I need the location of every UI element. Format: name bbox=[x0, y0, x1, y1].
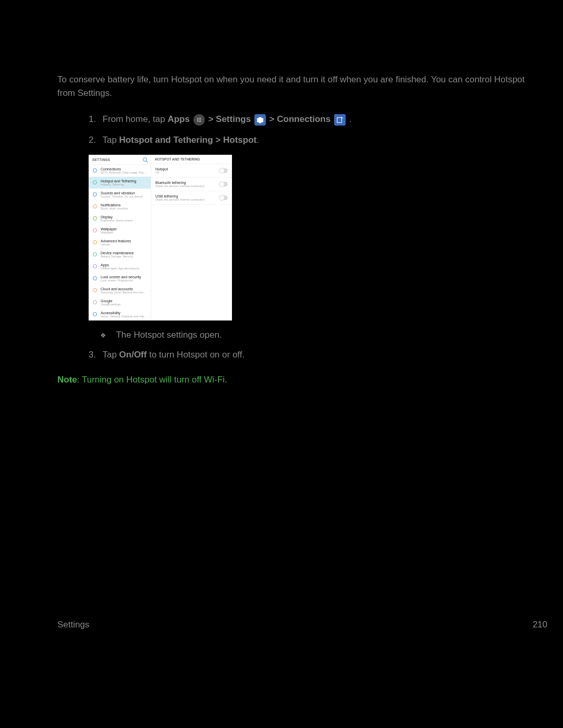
svg-point-4 bbox=[199, 119, 200, 120]
hotspot-option-sub: Share this device's Internet connection. bbox=[155, 184, 219, 188]
settings-item[interactable]: Cloud and accounts Samsung Cloud, Backup… bbox=[89, 285, 151, 297]
svg-point-20 bbox=[93, 289, 97, 292]
steps-list: 1. From home, tap Apps > Settings > Conn… bbox=[57, 114, 527, 145]
settings-item[interactable]: Display Brightness, Home screen bbox=[89, 213, 151, 225]
settings-item[interactable]: Device maintenance Battery, Storage, Mem… bbox=[89, 249, 151, 261]
sub-bullet-text: The Hotspot settings open. bbox=[116, 330, 222, 340]
settings-item[interactable]: Accessibility Vision, Hearing, Dexterity… bbox=[89, 309, 151, 320]
step1-post: . bbox=[349, 114, 352, 124]
note-label: Note bbox=[57, 375, 77, 385]
settings-header-label: SETTINGS bbox=[92, 158, 110, 162]
svg-point-6 bbox=[197, 121, 198, 122]
settings-item-title: Accessibility bbox=[101, 311, 147, 315]
settings-item[interactable]: Sounds and vibration Sounds, Vibration, … bbox=[89, 189, 151, 201]
settings-item[interactable]: Connections Wi-Fi, Bluetooth, Data usage… bbox=[89, 165, 151, 177]
intro-text: To conserve battery life, turn Hotspot o… bbox=[57, 73, 527, 100]
settings-item-sub: Sounds, Vibration, Do not disturb bbox=[101, 195, 147, 198]
step2-pre: Tap bbox=[102, 135, 119, 145]
settings-item-icon bbox=[92, 180, 97, 185]
svg-point-21 bbox=[93, 301, 97, 304]
svg-point-3 bbox=[197, 119, 198, 120]
settings-item-title: Sounds and vibration bbox=[101, 191, 147, 195]
hotspot-tethering-pane: HOTSPOT AND TETHERING Hotspot Off Blueto… bbox=[151, 155, 232, 320]
search-icon[interactable] bbox=[143, 157, 147, 162]
settings-item[interactable]: Apps Default apps, App permissions bbox=[89, 261, 151, 273]
settings-item-icon bbox=[92, 228, 97, 233]
settings-item-sub: Wallpaper bbox=[101, 231, 147, 234]
toggle-switch[interactable] bbox=[219, 195, 228, 200]
svg-point-16 bbox=[93, 241, 97, 244]
hotspot-option[interactable]: Hotspot Off bbox=[151, 164, 232, 178]
step-text: From home, tap bbox=[103, 114, 168, 124]
settings-gear-icon bbox=[254, 114, 266, 126]
connections-icon bbox=[334, 114, 346, 126]
settings-item-title: Wallpaper bbox=[101, 227, 147, 231]
svg-point-10 bbox=[93, 169, 97, 172]
settings-item-title: Hotspot and Tethering bbox=[101, 179, 147, 183]
settings-item-icon bbox=[92, 252, 97, 257]
step1-apps: Apps bbox=[167, 114, 190, 124]
settings-item-icon bbox=[92, 168, 97, 173]
hotspot-header: HOTSPOT AND TETHERING bbox=[151, 155, 232, 164]
settings-item-sub: Google settings bbox=[101, 303, 147, 306]
steps-list-continued: 3. Tap On/Off to turn Hotspot on or off. bbox=[57, 350, 527, 360]
hotspot-option-title: USB tethering bbox=[155, 194, 219, 198]
settings-header: SETTINGS bbox=[89, 155, 151, 165]
settings-item-icon bbox=[92, 204, 97, 209]
settings-item-sub: Wi-Fi, Bluetooth, Data usage, Airplane m… bbox=[101, 171, 147, 174]
settings-item[interactable]: Lock screen and security Lock screen, Fi… bbox=[89, 273, 151, 285]
settings-item-sub: Vision, Hearing, Dexterity and interacti… bbox=[101, 315, 147, 318]
svg-point-12 bbox=[93, 193, 97, 196]
settings-item-sub: Battery, Storage, Memory bbox=[101, 255, 147, 258]
step-number: 2. bbox=[89, 135, 100, 145]
settings-item-sub: Games bbox=[101, 243, 147, 246]
hotspot-option-sub: Off bbox=[155, 171, 219, 174]
settings-item-icon bbox=[92, 216, 97, 221]
settings-item-icon bbox=[92, 192, 97, 197]
svg-point-2 bbox=[200, 118, 201, 119]
settings-item-title: Connections bbox=[101, 167, 147, 171]
svg-point-1 bbox=[199, 118, 200, 119]
settings-item[interactable]: Advanced features Games bbox=[89, 237, 151, 249]
hotspot-option-title: Hotspot bbox=[155, 167, 219, 171]
settings-item[interactable]: Hotspot and Tethering Hotspot, Tethering bbox=[89, 177, 151, 189]
hotspot-option[interactable]: Bluetooth tethering Share this device's … bbox=[151, 178, 232, 191]
settings-item-icon bbox=[92, 276, 97, 281]
settings-item-sub: Hotspot, Tethering bbox=[101, 183, 147, 186]
footer-page-number: 210 bbox=[533, 620, 547, 630]
settings-item-sub: Lock screen, Fingerprints bbox=[101, 279, 147, 282]
settings-item-icon bbox=[92, 300, 97, 305]
svg-point-7 bbox=[199, 121, 200, 122]
step1-connections: Connections bbox=[277, 114, 331, 124]
settings-item[interactable]: Google Google settings bbox=[89, 297, 151, 309]
apps-icon bbox=[193, 114, 205, 126]
settings-left-pane: SETTINGS Connections Wi-Fi, Bluetooth, D… bbox=[89, 155, 151, 320]
settings-item-icon bbox=[92, 288, 97, 293]
toggle-switch[interactable] bbox=[219, 182, 228, 187]
settings-item-title: Cloud and accounts bbox=[101, 287, 147, 291]
svg-point-15 bbox=[93, 229, 97, 232]
settings-screenshot: SETTINGS Connections Wi-Fi, Bluetooth, D… bbox=[89, 155, 232, 320]
hotspot-option[interactable]: USB tethering Share this device's Intern… bbox=[151, 191, 232, 205]
settings-item[interactable]: Notifications Block, allow, prioritize bbox=[89, 201, 151, 213]
settings-item[interactable]: Wallpaper Wallpaper bbox=[89, 225, 151, 237]
step3-post: to turn Hotspot on or off. bbox=[149, 350, 244, 360]
svg-point-11 bbox=[93, 181, 97, 184]
step-3: 3. Tap On/Off to turn Hotspot on or off. bbox=[89, 350, 527, 360]
settings-item-sub: Samsung Cloud, Backup and restore bbox=[101, 291, 147, 294]
settings-item-title: Notifications bbox=[101, 203, 147, 207]
svg-point-8 bbox=[200, 121, 201, 122]
step3-bold: On/Off bbox=[119, 350, 147, 360]
step-number: 1. bbox=[89, 114, 100, 125]
step1-gt1: > bbox=[208, 114, 216, 124]
step2-post: . bbox=[256, 135, 259, 145]
settings-item-sub: Block, allow, prioritize bbox=[101, 207, 147, 210]
svg-point-19 bbox=[93, 277, 97, 280]
page-body: To conserve battery life, turn Hotspot o… bbox=[0, 0, 563, 385]
step3-pre: Tap bbox=[102, 350, 119, 360]
settings-item-title: Lock screen and security bbox=[101, 275, 147, 279]
toggle-switch[interactable] bbox=[219, 168, 228, 173]
settings-item-title: Google bbox=[101, 299, 147, 303]
settings-item-title: Advanced features bbox=[101, 239, 147, 243]
settings-item-icon bbox=[92, 312, 97, 317]
